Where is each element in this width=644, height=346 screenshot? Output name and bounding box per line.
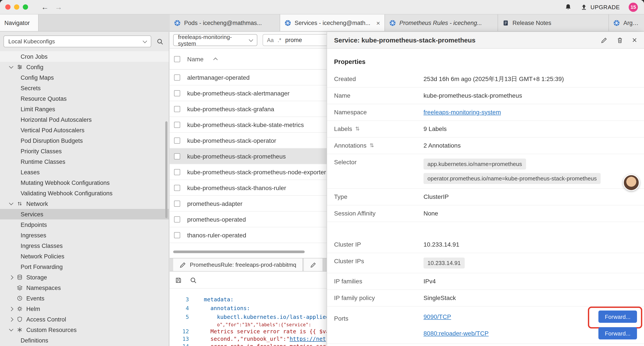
sidebar-item-custom-resources[interactable]: Custom Resources [0,325,169,335]
sidebar-item-ingresses[interactable]: Ingresses [0,230,169,240]
row-checkbox[interactable] [174,74,180,80]
kubeconfig-select[interactable]: Local Kubeconfigs [4,35,151,47]
sidebar-item-horizontal-pod-autoscalers[interactable]: Horizontal Pod Autoscalers [0,114,169,125]
namespace-filter-value: freeleaps-monitoring-system [178,33,250,47]
user-avatar[interactable] [623,174,640,191]
row-checkbox[interactable] [174,90,180,96]
sidebar-item-storage[interactable]: Storage [0,272,169,283]
row-checkbox[interactable] [174,200,180,207]
editor-tab-partial[interactable] [304,258,323,271]
sidebar-item-services[interactable]: Services [0,209,169,219]
save-icon[interactable] [175,277,182,284]
sidebar-item-access-control[interactable]: Access Control [0,314,169,325]
forward-port-button[interactable]: Forward... [598,327,637,340]
namespace-filter-select[interactable]: freeleaps-monitoring-system [173,34,257,46]
sidebar-item-vertical-pod-autoscalers[interactable]: Vertical Pod Autoscalers [0,125,169,135]
scrollbar-thumb[interactable] [173,251,305,253]
chevron-right-icon [9,307,13,311]
forward-icon[interactable]: → [55,3,62,11]
sidebar-item-limit-ranges[interactable]: Limit Ranges [0,104,169,114]
sidebar-item-events[interactable]: Events [0,293,169,304]
sidebar-item-definitions[interactable]: Definitions [0,335,169,346]
tab-pods[interactable]: Pods - icecheng@mathmas... [170,14,280,31]
detail-value: 253d 16h 6m ago (2025年1月13日 GMT+8 1:25:3… [424,75,564,83]
regex-toggle[interactable]: .* [278,37,282,43]
chevron-down-icon [9,201,13,205]
chevron-down-icon [143,38,147,43]
sidebar-item-resource-quotas[interactable]: Resource Quotas [0,93,169,104]
sidebar-item-priority-classes[interactable]: Priority Classes [0,146,169,156]
chevron-spacer [10,297,13,300]
tab-argo[interactable]: Argo S [609,14,644,31]
sidebar-item-label: Ingress Classes [20,242,63,249]
tab-services[interactable]: Services - icecheng@math... × [280,14,385,31]
row-checkbox[interactable] [174,216,180,222]
editor-tab-prometheusrule[interactable]: PrometheusRule: freeleaps-prod-rabbitmq [173,258,303,271]
sidebar-item-pod-disruption-budgets[interactable]: Pod Disruption Budgets [0,135,169,146]
service-name: alertmanager-operated [187,74,250,81]
sidebar-item-namespaces[interactable]: Namespaces [0,283,169,293]
section-heading [327,222,644,237]
navigator-header-zone: Navigator [0,14,170,31]
close-window-button[interactable] [5,4,10,10]
zoom-window-button[interactable] [23,4,28,10]
expand-labels-icon[interactable]: ⇅ [355,125,360,133]
sidebar-item-runtime-classes[interactable]: Runtime Classes [0,156,169,167]
row-checkbox[interactable] [174,137,180,143]
minimize-window-button[interactable] [14,4,19,10]
sidebar-item-network-policies[interactable]: Network Policies [0,251,169,262]
port-link-8080[interactable]: 8080:reloader-web/TCP [424,330,488,337]
notifications-bell-icon[interactable] [565,3,572,10]
chevron-down-icon [9,327,13,331]
sidebar-item-helm[interactable]: Helm [0,304,169,314]
detail-row-created: Created 253d 16h 6m ago (2025年1月13日 GMT+… [327,71,644,88]
sidebar-item-config-maps[interactable]: Config Maps [0,72,169,83]
section-heading: Properties [327,49,644,71]
row-checkbox[interactable] [174,153,180,159]
port-link-9090[interactable]: 9090/TCP [424,313,451,320]
detail-value: 2 Annotations [424,142,461,149]
row-checkbox[interactable] [174,106,180,112]
match-case-toggle[interactable]: Aa [267,37,274,43]
sidebar-item-label: Config [26,64,44,70]
sidebar-item-secrets[interactable]: Secrets [0,83,169,93]
delete-trash-icon[interactable] [616,36,624,43]
sidebar-search-icon[interactable] [156,38,164,45]
name-column-header[interactable]: Name [187,55,204,62]
sidebar-item-network[interactable]: Network [0,198,169,209]
sidebar-scrollbar[interactable] [165,121,168,218]
row-checkbox[interactable] [174,122,180,128]
service-name: kube-prometheus-stack-operator [187,137,276,144]
edit-pencil-icon[interactable] [600,36,608,43]
sidebar-item-cron-jobs[interactable]: Cron Jobs [0,51,169,62]
tab-close-icon[interactable]: × [376,19,380,26]
sidebar-item-label: Priority Classes [20,148,62,154]
row-checkbox[interactable] [174,169,180,175]
sidebar-item-config[interactable]: Config [0,62,169,72]
sidebar-item-ingress-classes[interactable]: Ingress Classes [0,240,169,251]
close-drawer-icon[interactable]: × [632,36,637,44]
sidebar-item-leases[interactable]: Leases [0,167,169,177]
back-icon[interactable]: ← [41,3,49,11]
sidebar-item-label: Network [26,200,48,207]
sidebar-item-label: Limit Ranges [20,106,55,112]
row-checkbox[interactable] [174,185,180,191]
chevron-down-icon [9,64,13,68]
sidebar-item-mutating-webhook-configurations[interactable]: Mutating Webhook Configurations [0,177,169,188]
expand-annotations-icon[interactable]: ⇅ [370,142,374,149]
tab-prometheus-rules[interactable]: Prometheus Rules - icecheng... [385,14,498,31]
tab-release-notes[interactable]: Release Notes [498,14,609,31]
sidebar-item-validating-webhook-configurations[interactable]: Validating Webhook Configurations [0,188,169,198]
upgrade-button[interactable]: UPGRADE [580,3,620,10]
forward-port-button[interactable]: Forward... [598,311,637,323]
service-name: kube-prometheus-stack-kube-state-metrics [187,121,304,128]
notification-badge[interactable]: 15 [629,2,638,11]
sidebar-item-port-forwarding[interactable]: Port Forwarding [0,262,169,272]
row-checkbox[interactable] [174,232,180,238]
selector-chip: operator.prometheus.io/name=kube-prometh… [424,173,601,184]
namespace-link[interactable]: freeleaps-monitoring-system [424,109,501,116]
sort-asc-icon[interactable] [214,58,218,62]
editor-search-icon[interactable] [190,277,197,284]
select-all-checkbox[interactable] [174,56,180,62]
sidebar-item-endpoints[interactable]: Endpoints [0,219,169,230]
